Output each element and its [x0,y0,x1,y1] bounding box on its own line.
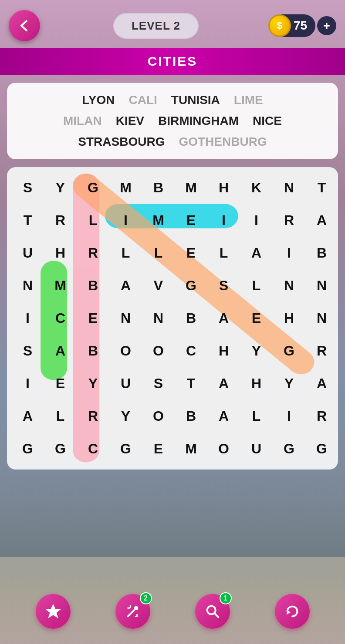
grid-cell[interactable]: O [142,400,175,433]
grid-cell[interactable]: N [273,171,305,204]
grid-cell[interactable]: H [273,302,305,335]
grid-cell[interactable]: U [11,237,44,269]
grid-cell[interactable]: S [11,171,44,204]
grid-cell[interactable]: U [109,367,142,400]
grid-cell[interactable]: R [305,400,338,433]
grid-cell[interactable]: H [207,171,240,204]
grid-cell[interactable]: E [44,367,77,400]
grid-cell[interactable]: A [11,400,44,433]
grid-cell[interactable]: H [207,335,240,367]
hint-wand-button[interactable]: 2 [115,594,150,629]
grid-cell[interactable]: V [142,269,175,302]
grid-cell[interactable]: N [11,269,44,302]
grid-cell[interactable]: T [11,204,44,237]
grid-cell[interactable]: L [142,237,175,269]
grid-cell[interactable]: L [77,204,109,237]
grid-cell[interactable]: I [273,237,305,269]
grid-cell[interactable]: I [240,204,273,237]
grid-cell[interactable]: L [109,237,142,269]
grid-cell[interactable]: L [207,237,240,269]
grid-cell[interactable]: G [44,433,77,465]
grid-cell[interactable]: I [109,204,142,237]
grid-cell[interactable]: S [11,335,44,367]
grid-cell[interactable]: E [175,204,207,237]
refresh-button[interactable] [275,594,310,629]
grid-cell[interactable]: C [44,302,77,335]
grid-cell[interactable]: R [305,335,338,367]
grid-cell[interactable]: G [305,433,338,465]
grid-cell[interactable]: N [305,302,338,335]
grid-cell[interactable]: A [44,335,77,367]
word-gothenburg: GOTHENBURG [172,132,274,151]
grid-cell[interactable]: N [142,302,175,335]
grid-cell[interactable]: L [240,400,273,433]
grid-cell[interactable]: G [175,269,207,302]
search-button[interactable]: 1 [195,594,230,629]
grid-cell[interactable]: M [142,204,175,237]
grid-cell[interactable]: N [273,269,305,302]
grid-cell[interactable]: T [305,171,338,204]
grid-cell[interactable]: R [273,204,305,237]
grid-cell[interactable]: U [240,433,273,465]
grid-cell[interactable]: H [240,367,273,400]
grid-cell[interactable]: N [305,269,338,302]
grid-cell[interactable]: B [77,269,109,302]
grid-cell[interactable]: B [175,400,207,433]
add-coins-button[interactable]: + [317,16,336,35]
grid-cell[interactable]: M [175,171,207,204]
grid-cell[interactable]: T [175,367,207,400]
grid-cell[interactable]: B [175,302,207,335]
grid-cell[interactable]: E [175,237,207,269]
grid-cell[interactable]: N [109,302,142,335]
grid-cell[interactable]: Y [44,171,77,204]
grid-cell[interactable]: I [11,302,44,335]
grid-cell[interactable]: R [44,204,77,237]
grid-cell[interactable]: G [273,335,305,367]
grid-cell[interactable]: I [273,400,305,433]
grid-cell[interactable]: A [109,269,142,302]
grid-cell[interactable]: B [77,335,109,367]
grid-cell[interactable]: A [240,237,273,269]
grid-cell[interactable]: G [11,433,44,465]
grid-cell[interactable]: O [109,335,142,367]
grid-cell[interactable]: G [273,433,305,465]
wand-icon [125,603,141,620]
grid-cell[interactable]: M [44,269,77,302]
grid-cell[interactable]: M [175,433,207,465]
grid-cell[interactable]: Y [273,367,305,400]
grid-cell[interactable]: B [305,237,338,269]
grid-cell[interactable]: S [207,269,240,302]
grid-cell[interactable]: L [240,269,273,302]
grid-cell[interactable]: Y [109,400,142,433]
grid-cell[interactable]: I [11,367,44,400]
grid-cell[interactable]: G [109,433,142,465]
grid-cell[interactable]: A [207,400,240,433]
favorites-button[interactable] [36,594,71,629]
grid-cell[interactable]: Y [77,367,109,400]
grid-cell[interactable]: I [207,204,240,237]
word-row-1: LYON CALI TUNISIA LIME [16,91,329,110]
back-button[interactable] [9,10,40,41]
grid-cell[interactable]: E [240,302,273,335]
grid-cell[interactable]: O [142,335,175,367]
grid-cell[interactable]: L [44,400,77,433]
grid-cell[interactable]: E [142,433,175,465]
grid-cell[interactable]: A [207,367,240,400]
word-search-grid[interactable]: SYGMBMHKNTTRLIMEIIRAUHRLLELAIBNMBAVGSLNN… [11,171,334,465]
grid-cell[interactable]: H [44,237,77,269]
grid-cell[interactable]: S [142,367,175,400]
grid-cell[interactable]: A [305,367,338,400]
grid-cell[interactable]: O [207,433,240,465]
grid-cell[interactable]: C [77,433,109,465]
grid-cell[interactable]: M [109,171,142,204]
grid-cell[interactable]: E [77,302,109,335]
grid-cell[interactable]: A [305,204,338,237]
grid-cell[interactable]: R [77,400,109,433]
grid-cell[interactable]: K [240,171,273,204]
grid-cell[interactable]: B [142,171,175,204]
grid-cell[interactable]: R [77,237,109,269]
grid-cell[interactable]: C [175,335,207,367]
grid-cell[interactable]: G [77,171,109,204]
grid-cell[interactable]: A [207,302,240,335]
grid-cell[interactable]: Y [240,335,273,367]
